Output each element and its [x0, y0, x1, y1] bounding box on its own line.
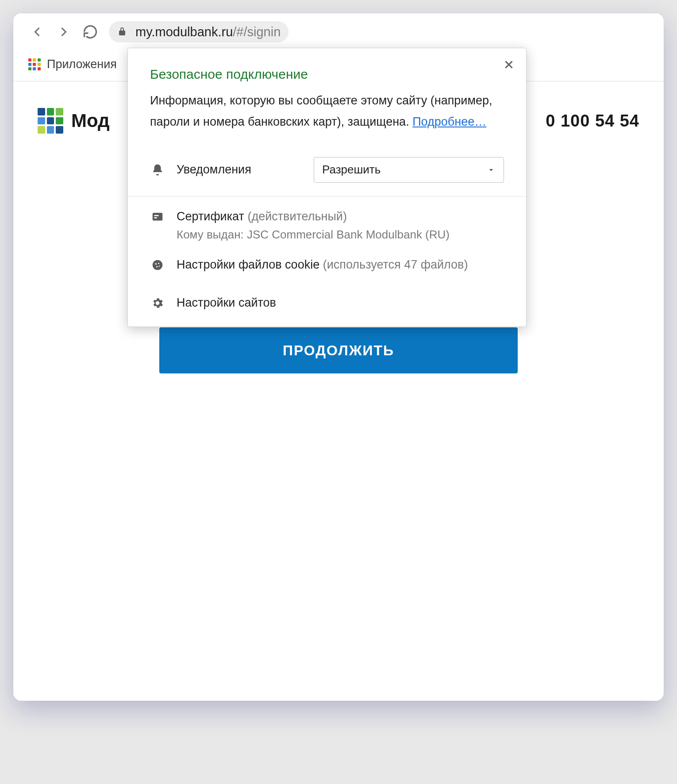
- browser-toolbar: my.modulbank.ru/#/signin: [13, 13, 664, 49]
- reload-button[interactable]: [82, 24, 98, 40]
- popover-header: Безопасное подключение Информация, котор…: [128, 48, 526, 144]
- svg-rect-1: [154, 215, 159, 216]
- notifications-row: Уведомления Разрешить: [128, 144, 526, 196]
- support-phone[interactable]: 0 100 54 54: [546, 111, 639, 131]
- close-button[interactable]: [502, 58, 515, 73]
- cookies-status: (используется 47 файлов): [323, 258, 468, 271]
- site-settings-label: Настройки сайтов: [177, 296, 276, 310]
- certificate-status: (действительный): [247, 210, 347, 223]
- certificate-issued-to: Кому выдан: JSC Commercial Bank Modulban…: [177, 228, 450, 242]
- certificate-label: Сертификат (действительный): [177, 210, 450, 223]
- url-path: /#/signin: [233, 25, 281, 39]
- chevron-down-icon: [487, 165, 496, 174]
- svg-rect-2: [154, 217, 157, 219]
- forward-button[interactable]: [56, 24, 72, 40]
- learn-more-link[interactable]: Подробнее…: [412, 113, 486, 131]
- brand-logo-icon: [38, 108, 63, 134]
- apps-icon[interactable]: [28, 58, 41, 71]
- site-settings-row[interactable]: Настройки сайтов: [128, 284, 526, 322]
- svg-rect-0: [153, 213, 163, 221]
- apps-label[interactable]: Приложения: [47, 58, 117, 71]
- svg-point-6: [156, 266, 158, 267]
- notifications-value: Разрешить: [322, 163, 381, 177]
- continue-button[interactable]: ПРОДОЛЖИТЬ: [159, 327, 518, 373]
- address-bar[interactable]: my.modulbank.ru/#/signin: [109, 21, 288, 42]
- back-button[interactable]: [29, 24, 45, 40]
- site-info-popover: Безопасное подключение Информация, котор…: [127, 48, 527, 327]
- browser-window: my.modulbank.ru/#/signin Приложения Мод …: [13, 13, 664, 701]
- cookies-label: Настройки файлов cookie (используется 47…: [177, 258, 468, 272]
- notifications-select[interactable]: Разрешить: [314, 157, 504, 183]
- notifications-label: Уведомления: [177, 163, 251, 177]
- svg-point-5: [158, 262, 159, 264]
- gear-icon: [150, 296, 165, 311]
- bell-icon: [150, 162, 165, 177]
- popover-description: Информация, которую вы сообщаете этому с…: [150, 92, 504, 131]
- svg-point-3: [153, 260, 163, 270]
- brand-name: Мод: [71, 110, 110, 131]
- svg-point-7: [159, 265, 160, 267]
- certificate-row[interactable]: Сертификат (действительный) Кому выдан: …: [128, 196, 526, 246]
- brand: Мод: [38, 108, 110, 134]
- url-text: my.modulbank.ru/#/signin: [135, 25, 281, 39]
- cookie-icon: [150, 257, 165, 273]
- popover-title: Безопасное подключение: [150, 67, 504, 82]
- svg-point-4: [155, 263, 157, 265]
- cookies-row[interactable]: Настройки файлов cookie (используется 47…: [128, 246, 526, 284]
- lock-icon[interactable]: [113, 23, 131, 41]
- certificate-icon: [150, 210, 165, 225]
- url-host: my.modulbank.ru: [135, 25, 233, 39]
